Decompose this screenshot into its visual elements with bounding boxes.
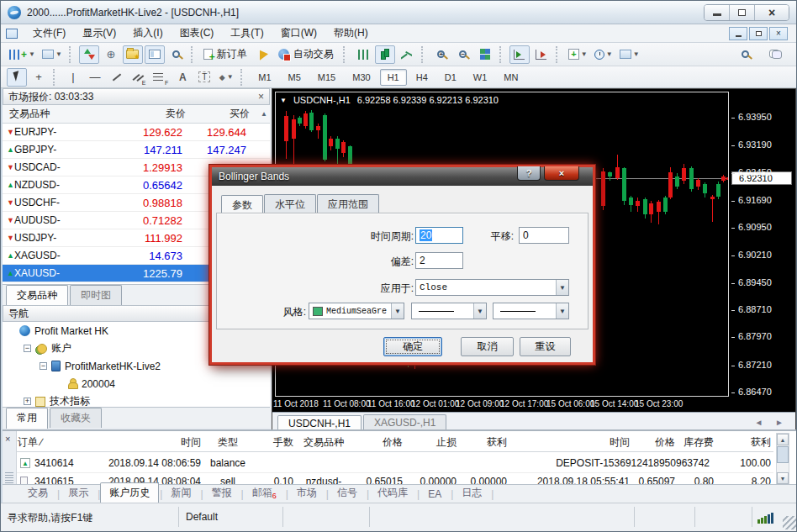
minimize-button[interactable] xyxy=(705,5,730,20)
mdi-restore-button[interactable] xyxy=(749,27,768,40)
terminal-tab-市场[interactable]: 市场 xyxy=(288,483,325,503)
zoom-in-button[interactable]: + xyxy=(431,45,451,64)
menu-item[interactable]: 帮助(H) xyxy=(325,24,377,42)
expand-icon[interactable]: + xyxy=(24,398,31,405)
terminal-column-7[interactable]: 获利 xyxy=(457,435,507,450)
price-axis[interactable]: 6.92310 6.939506.931906.924506.916906.90… xyxy=(731,89,797,400)
style-line-select[interactable]: ▼ xyxy=(411,303,487,319)
terminal-column-4[interactable]: 交易品种 xyxy=(293,435,354,450)
menu-item[interactable]: 文件(F) xyxy=(24,24,74,42)
auto-scroll-toggle[interactable] xyxy=(509,45,530,64)
data-window-button[interactable]: ⊕ xyxy=(101,45,121,64)
shift-input[interactable]: 0 xyxy=(519,227,569,244)
chart-shift-toggle[interactable] xyxy=(531,45,552,64)
market-watch-row[interactable]: ▼EURJPY-129.622129.644 xyxy=(3,124,270,141)
menu-item[interactable]: 图表(C) xyxy=(172,24,223,42)
menu-item[interactable]: 工具(T) xyxy=(222,24,272,42)
resize-grip[interactable] xyxy=(783,516,796,529)
market-watch-close-icon[interactable]: × xyxy=(258,91,264,103)
indicators-button[interactable]: +▼ xyxy=(566,45,590,64)
terminal-column-5[interactable]: 价格 xyxy=(354,435,403,450)
channel-tool[interactable]: E xyxy=(129,68,149,87)
apply-to-select[interactable]: Close ▼ xyxy=(415,279,569,296)
toolbar-grip[interactable] xyxy=(343,46,349,63)
terminal-tab-警报[interactable]: 警报 xyxy=(203,483,240,503)
navigator-item[interactable]: 200004 xyxy=(3,375,270,392)
crosshair-tool[interactable]: + xyxy=(29,68,49,87)
new-order-button[interactable]: 新订单 xyxy=(201,45,252,64)
menu-item[interactable]: 显示(V) xyxy=(74,24,124,42)
shapes-tool[interactable]: ◆▼ xyxy=(216,68,236,87)
toolbar-grip[interactable] xyxy=(421,46,427,63)
toolbar-grip[interactable] xyxy=(69,46,75,63)
toolbar-grip[interactable] xyxy=(499,46,505,63)
restore-button[interactable] xyxy=(730,5,755,20)
timeframe-m15[interactable]: M15 xyxy=(310,69,343,86)
menu-item[interactable]: 窗口(W) xyxy=(272,24,325,42)
terminal-column-9[interactable]: 价格 xyxy=(630,435,675,450)
timeframe-m1[interactable]: M1 xyxy=(251,69,278,86)
timeframe-m5[interactable]: M5 xyxy=(281,69,309,86)
terminal-column-3[interactable]: 手数 xyxy=(255,435,293,450)
timeframe-m30[interactable]: M30 xyxy=(345,69,377,86)
timeframe-h1[interactable]: H1 xyxy=(380,69,407,86)
scroll-up-icon[interactable]: ▲ xyxy=(261,110,267,118)
scrollbar-thumb[interactable] xyxy=(777,446,789,463)
scrollbar-down-icon[interactable]: ▼ xyxy=(777,472,789,484)
timeframe-w1[interactable]: W1 xyxy=(466,69,495,86)
chart-tab-XAGUSD-,H1[interactable]: XAGUSD-,H1 xyxy=(363,414,446,430)
templates-button[interactable]: ▼ xyxy=(617,45,642,64)
market-watch-tab-即时图[interactable]: 即时图 xyxy=(70,285,122,305)
new-chart-button[interactable]: +▼ xyxy=(7,45,38,64)
zoom-out-button[interactable]: − xyxy=(453,45,473,64)
dropdown-arrow-icon[interactable]: ▼ xyxy=(391,303,404,319)
menu-item[interactable]: 插入(I) xyxy=(124,24,171,42)
terminal-tab-邮箱[interactable]: 邮箱6 xyxy=(244,483,285,503)
terminal-close-icon[interactable]: × xyxy=(5,434,10,444)
profiles-button[interactable]: ▼ xyxy=(40,45,65,64)
time-axis[interactable]: 11 Oct 201811 Oct 08:0011 Oct 16:0012 Oc… xyxy=(272,397,797,412)
terminal-scrollbar[interactable]: ▲ ▼ xyxy=(776,433,789,485)
collapse-icon[interactable]: − xyxy=(24,345,31,352)
terminal-column-1[interactable]: 时间 xyxy=(98,435,201,450)
auto-trading-button[interactable]: 自动交易 xyxy=(276,45,339,64)
chat-button[interactable] xyxy=(765,45,785,64)
label-tool[interactable]: T xyxy=(194,68,214,87)
market-watch-row[interactable]: ▲GBPJPY-147.211147.247 xyxy=(3,141,270,159)
terminal-column-8[interactable]: 时间 xyxy=(507,435,630,450)
dialog-help-button[interactable]: ? xyxy=(517,166,541,181)
market-watch-header[interactable]: 市场报价: 03:03:33 × xyxy=(3,88,270,105)
collapse-icon[interactable]: − xyxy=(40,362,47,370)
text-tool[interactable]: A xyxy=(172,68,193,87)
dropdown-arrow-icon[interactable]: ▼ xyxy=(556,303,568,319)
status-profile[interactable]: Default xyxy=(186,511,218,523)
terminal-column-6[interactable]: 止损 xyxy=(403,435,457,450)
terminal-tab-信号[interactable]: 信号 xyxy=(329,483,366,503)
mdi-close-button[interactable]: × xyxy=(769,27,788,40)
terminal-column-11[interactable]: 获利 xyxy=(714,435,771,450)
chart-window-icon[interactable] xyxy=(6,29,18,39)
metaeditor-button[interactable] xyxy=(254,45,274,64)
scrollbar-up-icon[interactable]: ▲ xyxy=(777,434,789,445)
fibonacci-tool[interactable]: F xyxy=(150,68,171,87)
vertical-line-tool[interactable]: | xyxy=(63,68,83,87)
strategy-tester-button[interactable] xyxy=(166,45,187,64)
market-watch-toggle[interactable] xyxy=(79,45,99,64)
dropdown-arrow-icon[interactable]: ▼ xyxy=(473,303,486,319)
trendline-tool[interactable] xyxy=(107,68,127,87)
period-input[interactable]: 20 xyxy=(415,227,463,244)
cancel-button[interactable]: 取消 xyxy=(461,337,514,356)
terminal-tab-交易[interactable]: 交易 xyxy=(19,483,56,503)
terminal-tab-日志[interactable]: 日志 xyxy=(453,483,490,503)
column-buy[interactable]: 买价 xyxy=(186,107,250,121)
tile-windows-button[interactable] xyxy=(475,45,495,64)
toolbar-grip[interactable] xyxy=(53,69,59,86)
navigator-tab-常用[interactable]: 常用 xyxy=(6,408,48,429)
ok-button[interactable]: 确定 xyxy=(383,337,442,356)
mdi-minimize-button[interactable] xyxy=(729,27,747,40)
horizontal-line-tool[interactable]: — xyxy=(85,68,105,87)
terminal-grip[interactable] xyxy=(5,471,13,483)
deviation-input[interactable]: 2 xyxy=(415,252,463,269)
navigator-tab-收藏夹[interactable]: 收藏夹 xyxy=(50,408,102,428)
toolbar-grip[interactable] xyxy=(240,69,246,86)
